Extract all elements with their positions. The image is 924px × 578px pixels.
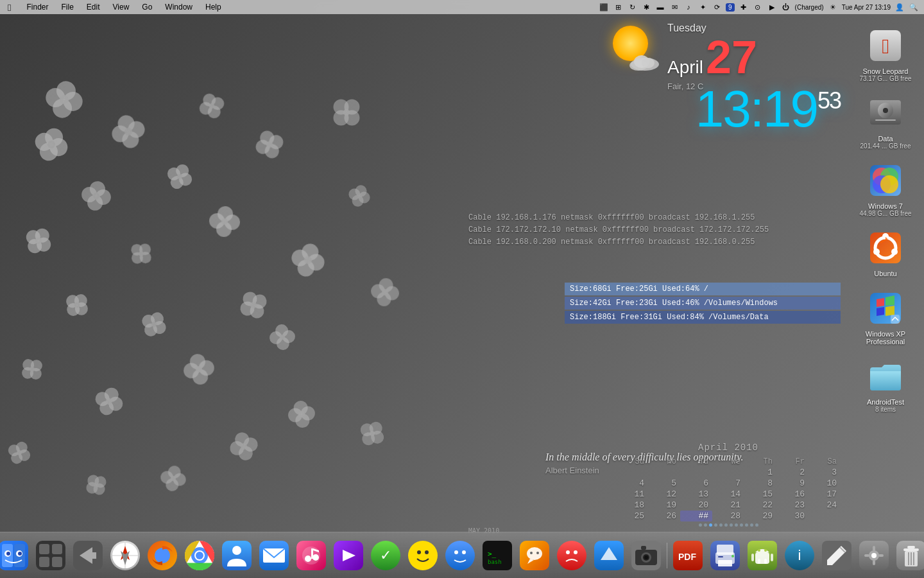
plus-icon[interactable]: ✚ xyxy=(739,3,749,12)
svg-point-149 xyxy=(891,249,898,255)
drive-data[interactable]: Data 201.44 ... GB free xyxy=(853,90,918,152)
dock-green-circle[interactable]: ✓ xyxy=(369,539,402,572)
calendar-widget: April 2010 Su Mo Tu We Th Fr Sa 12345678… xyxy=(616,442,841,527)
cal-cell-1-1: 5 xyxy=(648,478,680,489)
winxp-icon xyxy=(865,288,906,329)
cal-cell-2-0: 11 xyxy=(616,489,648,500)
cal-cell-0-6: 3 xyxy=(809,467,841,478)
mail-status-icon[interactable]: ✉ xyxy=(669,3,680,12)
dock-itunes[interactable] xyxy=(295,539,328,572)
edit-menu[interactable]: Edit xyxy=(84,3,103,12)
volume-icon[interactable]: ▶ xyxy=(767,3,777,12)
drive-snow-leopard[interactable]:  Snow Leopard 73.17 G... GB free xyxy=(853,22,918,85)
cal-cell-4-3: 28 xyxy=(712,511,744,521)
apple-menu[interactable]:  xyxy=(5,2,13,13)
month-dot-6 xyxy=(724,523,728,527)
dock-dashboard[interactable] xyxy=(34,539,67,572)
cal-cell-1-2: 6 xyxy=(680,478,712,489)
spotlight-icon[interactable]: 🔍 xyxy=(909,3,919,12)
svg-point-206 xyxy=(536,552,539,554)
cal-cell-1-0: 4 xyxy=(616,478,648,489)
drive-windows7[interactable]: Windows 7 44.98 G... GB free xyxy=(853,157,918,220)
month-dot-12 xyxy=(755,523,758,527)
dock-arrow[interactable] xyxy=(71,539,105,572)
dock-imovie[interactable] xyxy=(332,539,365,572)
display-icon[interactable]: ▬ xyxy=(655,3,665,12)
disk-row-root: Size:68Gi Free:25Gi Used:64% / xyxy=(565,283,841,295)
svg-point-230 xyxy=(764,549,767,552)
dock-blue-circle[interactable]: i xyxy=(783,539,816,572)
cal-cell-1-4: 8 xyxy=(744,478,776,489)
cal-cell-4-2: ## xyxy=(680,511,712,521)
cal-cell-0-1 xyxy=(648,467,680,478)
cal-cell-0-0 xyxy=(616,467,648,478)
cal-cell-3-5: 23 xyxy=(776,500,809,511)
svg-point-183 xyxy=(232,546,241,555)
snow-leopard-icon:  xyxy=(865,25,906,66)
view-menu[interactable]: View xyxy=(110,3,132,12)
disk-info: Size:68Gi Free:25Gi Used:64% / Size:42Gi… xyxy=(565,283,841,325)
svg-point-177 xyxy=(155,548,170,563)
screen-icon[interactable]: ⬛ xyxy=(599,3,609,12)
finder-menu[interactable]: Finder xyxy=(24,3,51,12)
dock-blue-face[interactable] xyxy=(443,539,477,572)
window-menu[interactable]: Window xyxy=(162,3,195,12)
svg-point-197 xyxy=(445,541,475,570)
dock-chrome[interactable] xyxy=(183,539,216,572)
paw-icon[interactable]: ✦ xyxy=(697,3,708,12)
svg-rect-231 xyxy=(758,559,760,564)
refresh-icon[interactable]: ⟳ xyxy=(712,3,722,12)
dock-printer[interactable] xyxy=(708,539,742,572)
network-info: Cable 192.168.1.176 netmask 0xffffff00 b… xyxy=(468,212,841,249)
bluetooth-icon[interactable]: ✱ xyxy=(641,3,651,12)
menubar:  Finder File Edit View Go Window Help ⬛… xyxy=(0,0,924,14)
aspect-icon[interactable]: ⊞ xyxy=(613,3,623,12)
winxp-label: Windows XP Professional xyxy=(866,330,905,346)
cal-cell-3-4: 22 xyxy=(744,500,776,511)
dock-writer[interactable] xyxy=(820,539,853,572)
dock-adium[interactable] xyxy=(518,539,551,572)
cal-cell-4-5: 30 xyxy=(776,511,809,521)
drive-winxp[interactable]: Windows XP Professional xyxy=(853,285,918,348)
go-menu[interactable]: Go xyxy=(139,3,155,12)
help-menu[interactable]: Help xyxy=(203,3,224,12)
dock-photobooth[interactable] xyxy=(629,539,663,572)
weather-date: April 27 xyxy=(667,34,757,80)
month-dot-10 xyxy=(745,523,748,527)
menubar-left:  Finder File Edit View Go Window Help xyxy=(5,2,224,13)
brightness-icon[interactable]: ☀ xyxy=(828,3,838,12)
sync-icon[interactable]: ↻ xyxy=(627,3,637,12)
svg-rect-165 xyxy=(39,544,49,554)
svg-point-194 xyxy=(408,541,438,570)
network-line-1: Cable 192.168.1.176 netmask 0xffffff00 b… xyxy=(468,212,841,224)
dock-safari[interactable] xyxy=(108,539,142,572)
dock-mail[interactable] xyxy=(257,539,291,572)
drive-ubuntu[interactable]: Ubuntu xyxy=(853,225,918,280)
dock: ✓ >_ xyxy=(0,532,924,578)
wifi-icon[interactable]: ⊙ xyxy=(753,3,763,12)
dock-preview[interactable]: PDF xyxy=(671,539,705,572)
dock-finder[interactable] xyxy=(0,539,30,572)
snow-leopard-label: Snow Leopard xyxy=(863,67,909,75)
svg-point-238 xyxy=(871,553,877,558)
dock-red-face[interactable] xyxy=(555,539,588,572)
user-icon[interactable]: 👤 xyxy=(894,3,905,12)
power-icon[interactable]: ⏻ xyxy=(781,3,791,12)
clock-seconds: 53 xyxy=(817,87,841,114)
dock-ichat[interactable] xyxy=(220,539,253,572)
dock-system-preferences[interactable] xyxy=(857,539,891,572)
androidtest-sublabel: 8 items xyxy=(875,406,896,413)
audio-icon[interactable]: ♪ xyxy=(683,3,694,12)
dock-yellow-face[interactable] xyxy=(406,539,440,572)
cal-header-fr: Fr xyxy=(776,457,809,467)
dock-terminal[interactable]: >_ bash xyxy=(481,539,514,572)
svg-point-199 xyxy=(462,550,466,554)
cal-cell-4-0: 25 xyxy=(616,511,648,521)
dock-blue2[interactable] xyxy=(592,539,626,572)
file-menu[interactable]: File xyxy=(59,3,76,12)
dock-trash[interactable] xyxy=(894,539,925,572)
dock-android[interactable] xyxy=(746,539,779,572)
dock-firefox[interactable] xyxy=(146,539,179,572)
svg-rect-246 xyxy=(907,546,915,548)
drive-androidtest[interactable]: AndroidTest 8 items xyxy=(853,353,918,416)
